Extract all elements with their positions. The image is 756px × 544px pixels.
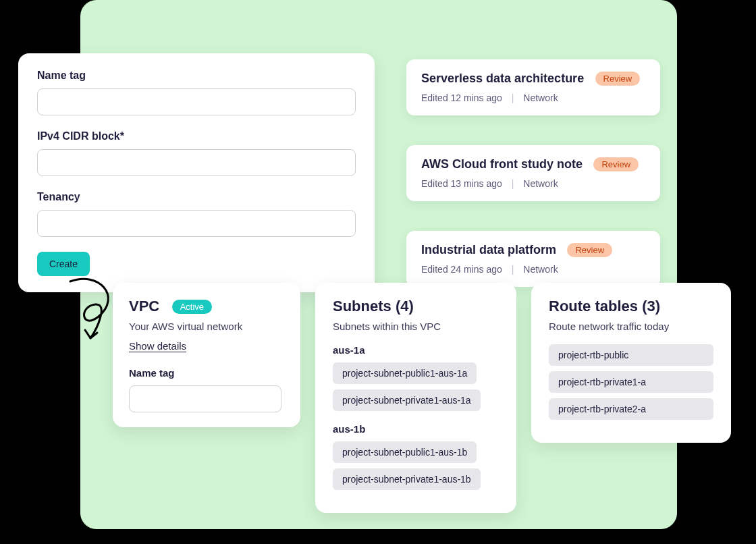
- cidr-input[interactable]: [37, 149, 356, 176]
- activity-card[interactable]: AWS Cloud front study note Review Edited…: [406, 145, 660, 201]
- create-button[interactable]: Create: [37, 252, 90, 276]
- show-details-link[interactable]: Show details: [129, 340, 186, 352]
- status-badge: Review: [593, 157, 639, 171]
- route-table-item[interactable]: project-rtb-public: [549, 344, 713, 366]
- route-tables-card: Route tables (3) Route network traffic t…: [531, 283, 731, 443]
- meta-divider: |: [512, 264, 514, 275]
- meta-divider: |: [512, 92, 514, 103]
- activity-title: AWS Cloud front study note: [421, 157, 583, 171]
- activity-meta: Edited 13 mins ago | Network: [421, 178, 645, 189]
- activity-card[interactable]: Serverless data architecture Review Edit…: [406, 59, 660, 115]
- route-table-item[interactable]: project-rtb-private2-a: [549, 398, 713, 420]
- activity-meta: Edited 12 mins ago | Network: [421, 92, 645, 103]
- create-vpc-form-card: Name tag IPv4 CIDR block* Tenancy Create: [18, 53, 375, 292]
- activity-category: Network: [523, 178, 558, 189]
- tenancy-label: Tenancy: [37, 191, 356, 203]
- tenancy-input[interactable]: [37, 210, 356, 237]
- status-badge: Review: [567, 243, 612, 257]
- route-tables-subtitle: Route network traffic today: [549, 321, 713, 332]
- vpc-card: VPC Active Your AWS virtual network Show…: [113, 283, 300, 427]
- subnet-zone-label: aus-1b: [333, 423, 499, 435]
- activity-title: Industrial data platform: [421, 243, 556, 257]
- meta-divider: |: [512, 178, 514, 189]
- subnet-item[interactable]: project-subnet-private1-aus-1b: [333, 468, 481, 490]
- subnets-title: Subnets (4): [333, 298, 499, 315]
- vpc-description: Your AWS virtual network: [129, 321, 284, 332]
- activity-edited: Edited 12 mins ago: [421, 92, 502, 103]
- activity-title: Serverless data architecture: [421, 72, 584, 86]
- cidr-label: IPv4 CIDR block*: [37, 130, 356, 142]
- subnet-item[interactable]: project-subnet-private1-aus-1a: [333, 389, 481, 411]
- vpc-name-tag-label: Name tag: [129, 367, 284, 379]
- activity-category: Network: [523, 264, 558, 275]
- route-tables-title: Route tables (3): [549, 298, 713, 315]
- activity-edited: Edited 13 mins ago: [421, 178, 502, 189]
- subnets-card: Subnets (4) Subnets within this VPC aus-…: [315, 283, 516, 513]
- activity-category: Network: [523, 92, 558, 103]
- route-table-item[interactable]: project-rtb-private1-a: [549, 371, 713, 393]
- name-tag-label: Name tag: [37, 70, 356, 82]
- activity-card[interactable]: Industrial data platform Review Edited 2…: [406, 231, 660, 287]
- subnet-zone-label: aus-1a: [333, 344, 499, 356]
- subnet-item[interactable]: project-subnet-public1-aus-1a: [333, 362, 477, 384]
- status-badge: Review: [595, 72, 641, 86]
- subnet-item[interactable]: project-subnet-public1-aus-1b: [333, 441, 477, 463]
- activity-edited: Edited 24 mins ago: [421, 264, 502, 275]
- name-tag-input[interactable]: [37, 88, 356, 115]
- vpc-title: VPC: [129, 298, 159, 315]
- vpc-name-tag-input[interactable]: [129, 385, 281, 412]
- subnets-subtitle: Subnets within this VPC: [333, 321, 499, 332]
- vpc-status-badge: Active: [172, 300, 212, 314]
- activity-meta: Edited 24 mins ago | Network: [421, 264, 645, 275]
